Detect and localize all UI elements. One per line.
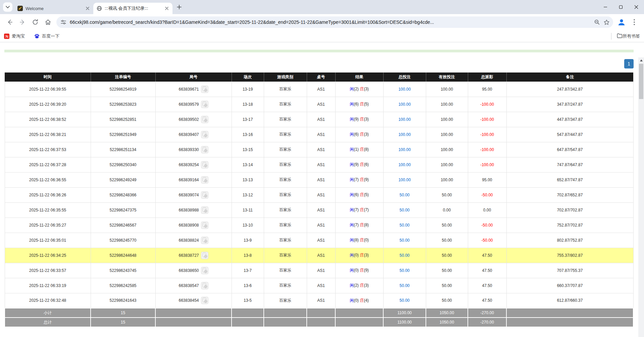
video-replay-button[interactable] <box>201 206 208 214</box>
tab-close-icon[interactable] <box>164 5 170 11</box>
cell-note: 247.87/342.87 <box>506 82 633 97</box>
video-replay-button[interactable] <box>201 222 208 229</box>
total-bet-link[interactable]: 100.00 <box>398 147 411 152</box>
cell-note: 447.87/347.87 <box>506 112 633 127</box>
cell-payout: -100.00 <box>468 127 506 142</box>
video-replay-button[interactable] <box>201 191 208 199</box>
result-player: 闲 <box>350 147 354 152</box>
tab-search-button[interactable] <box>3 2 12 12</box>
browser-toolbar: 66cxkj98.com/game/betrecord_search/kind3… <box>0 14 644 30</box>
forward-button[interactable] <box>17 16 28 28</box>
scrollbar-thumb[interactable] <box>639 64 643 99</box>
cell-round: 663839407 <box>155 127 232 142</box>
address-bar[interactable]: 66cxkj98.com/game/betrecord_search/kind3… <box>56 16 613 28</box>
total-bet-link[interactable]: 100.00 <box>398 117 411 122</box>
zoom-icon[interactable] <box>592 17 602 27</box>
cell-table-number: AS1 <box>307 97 335 112</box>
tab-close-icon[interactable] <box>85 5 91 11</box>
video-replay-button[interactable] <box>201 86 208 93</box>
round-number: 663838454 <box>179 298 199 303</box>
cell-bet-id: 522986250340 <box>91 157 155 172</box>
baidu-icon <box>34 34 40 39</box>
cell-valid-bet: 50.00 <box>426 233 468 248</box>
cell-note: 347.87/247.87 <box>506 97 633 112</box>
profile-avatar[interactable] <box>616 16 627 28</box>
table-row: 2025-11-22 06:33:57522986243745663838650… <box>5 263 633 278</box>
video-replay-button[interactable] <box>201 116 208 123</box>
home-icon <box>45 19 51 26</box>
cell-game-type: 百家乐 <box>264 157 307 172</box>
cell-round: 663838824 <box>155 233 232 248</box>
cell-valid-bet: 100.00 <box>426 172 468 187</box>
cell-result: 闲(1) 庄(8) <box>335 142 383 157</box>
total-valid-bet: 1050.00 <box>426 318 468 327</box>
cell-table-number: AS1 <box>307 278 335 293</box>
total-bet-link[interactable]: 100.00 <box>398 162 411 167</box>
cell-time: 2025-11-22 06:38:52 <box>5 112 91 127</box>
total-bet-link[interactable]: 50.00 <box>399 268 409 273</box>
video-replay-button[interactable] <box>201 161 208 168</box>
cell-game-type: 百家乐 <box>264 127 307 142</box>
cell-total-bet: 50.00 <box>383 278 426 293</box>
total-bet-link[interactable]: 100.00 <box>398 178 411 182</box>
video-replay-button[interactable] <box>201 146 208 153</box>
round-number: 663838547 <box>179 283 199 288</box>
result-banker: 庄 <box>360 238 364 242</box>
cell-round: 663839671 <box>155 82 232 97</box>
site-settings-icon[interactable] <box>60 19 66 25</box>
column-header: 总投注 <box>383 73 426 82</box>
video-replay-button[interactable] <box>201 101 208 108</box>
video-replay-button[interactable] <box>201 237 208 244</box>
cell-valid-bet: 100.00 <box>426 157 468 172</box>
cell-result: 闲(0) 庄(4) <box>335 293 383 308</box>
reload-button[interactable] <box>30 16 41 28</box>
total-bet-link[interactable]: 50.00 <box>399 223 409 228</box>
vertical-scrollbar[interactable] <box>638 57 644 337</box>
home-button[interactable] <box>42 16 54 28</box>
subtotal-count: 15 <box>91 308 155 318</box>
bookmark-star-icon[interactable] <box>602 17 611 27</box>
new-tab-button[interactable] <box>175 2 184 12</box>
video-replay-button[interactable] <box>201 131 208 138</box>
round-number: 663838824 <box>179 238 199 243</box>
total-bet-link[interactable]: 100.00 <box>398 87 411 92</box>
back-button[interactable] <box>4 16 15 28</box>
menu-button[interactable] <box>629 16 640 28</box>
total-bet-link[interactable]: 50.00 <box>399 253 409 258</box>
total-bet-link[interactable]: 100.00 <box>398 132 411 137</box>
cell-session: 13-17 <box>232 112 264 127</box>
video-replay-button[interactable] <box>201 297 208 304</box>
cell-bet-id: 522986254919 <box>91 82 155 97</box>
total-bet-link[interactable]: 50.00 <box>399 193 409 197</box>
cell-game-type: 百家乐 <box>264 202 307 218</box>
tab-bet-record[interactable]: :::视讯 会员下注纪录::: <box>93 3 172 14</box>
cell-result: 闲(2) 庄(3) <box>335 82 383 97</box>
close-window-button[interactable] <box>629 0 644 14</box>
cell-table-number: AS1 <box>307 172 335 187</box>
scroll-up-arrow[interactable] <box>638 57 644 63</box>
total-bet-link[interactable]: 50.00 <box>399 208 409 212</box>
video-replay-button[interactable] <box>201 252 208 259</box>
subtotal-valid-bet: 1050.00 <box>426 308 468 318</box>
cell-result: 闲(9) 庄(6) <box>335 157 383 172</box>
tab-welcome[interactable]: Welcome <box>14 3 93 14</box>
subtotal-row: 小计 15 1100.00 1050.00 -270.00 <box>5 308 633 318</box>
cell-table-number: AS1 <box>307 233 335 248</box>
video-replay-button[interactable] <box>201 267 208 274</box>
column-header: 桌号 <box>307 73 335 82</box>
total-bet-link[interactable]: 50.00 <box>399 238 409 243</box>
bookmark-baidu[interactable]: 百度一下 <box>34 33 59 39</box>
cell-valid-bet: 0.00 <box>426 202 468 218</box>
table-row: 2025-11-22 06:37:53522986251134663839330… <box>5 142 633 157</box>
bookmark-aitaobao[interactable]: 淘 爱淘宝 <box>4 33 25 39</box>
total-bet-link[interactable]: 100.00 <box>398 102 411 107</box>
total-bet-link[interactable]: 50.00 <box>399 283 409 288</box>
video-replay-button[interactable] <box>201 176 208 184</box>
bookmark-label: 爱淘宝 <box>12 33 25 39</box>
maximize-button[interactable] <box>613 0 629 14</box>
minimize-button[interactable] <box>598 0 613 14</box>
all-bookmarks[interactable]: 所有书签 <box>611 33 640 40</box>
page-number-button[interactable]: 1 <box>624 59 634 68</box>
video-replay-button[interactable] <box>201 282 208 289</box>
total-bet-link[interactable]: 50.00 <box>399 298 409 303</box>
